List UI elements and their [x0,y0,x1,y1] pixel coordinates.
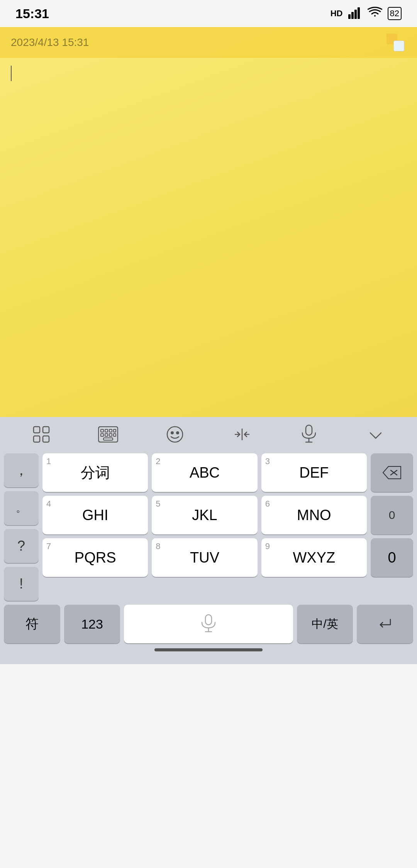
theme-switcher-button[interactable] [385,32,406,53]
key-123[interactable]: 123 [64,605,120,643]
key-abc-label: ABC [190,465,220,480]
svg-rect-7 [43,436,49,442]
note-body[interactable] [0,58,417,417]
key-MNO[interactable]: 6 MNO [261,496,367,534]
key-DEF[interactable]: 3 DEF [261,453,367,492]
svg-point-20 [176,432,179,434]
key-9-number: 9 [265,541,270,551]
key-delete[interactable] [371,453,413,492]
home-bar [154,648,263,651]
keyboard-toolbar-button[interactable] [93,421,124,448]
left-special-column: ， 。 ? ! [4,453,39,601]
key-6-number: 6 [265,499,270,509]
note-container: 2023/4/13 15:31 [0,27,417,417]
key-question[interactable]: ? [4,529,39,563]
svg-rect-2 [354,10,357,19]
main-keys: 1 分词 2 ABC 3 DEF [42,453,413,601]
home-indicator [0,643,417,656]
key-fenCI[interactable]: 1 分词 [42,453,148,492]
zero-label: 0 [388,549,396,566]
svg-rect-1 [351,12,354,19]
key-mno-label: MNO [297,508,331,522]
svg-rect-27 [205,615,212,625]
svg-rect-5 [43,427,49,433]
note-header: 2023/4/13 15:31 [0,27,417,58]
key-rows-group: ， 。 ? ! 1 分词 [4,453,413,601]
key-exclaim[interactable]: ! [4,567,39,601]
svg-rect-6 [34,436,40,442]
key-pqrs-label: PQRS [75,550,116,565]
exclaim-label: ! [19,576,23,592]
mic-toolbar-button[interactable] [293,421,324,448]
keyboard-container: ， 。 ? ! 1 分词 [0,417,417,664]
key-2-number: 2 [156,456,160,466]
key-enter[interactable] [357,605,413,643]
svg-rect-17 [103,438,113,440]
wifi-icon [368,7,382,20]
lang-label: 中/英 [312,616,338,632]
key-ABC[interactable]: 2 ABC [152,453,257,492]
key-row-3: 7 PQRS 8 TUV 9 WXYZ 0 [42,538,413,577]
key-tuv-label: TUV [190,550,219,565]
fu-label: 符 [25,615,39,633]
key-8-number: 8 [156,541,160,551]
key-row-2: 4 GHI 5 JKL 6 MNO 0 [42,496,413,534]
svg-rect-0 [348,14,351,19]
svg-rect-9 [101,429,103,432]
svg-rect-10 [105,429,108,432]
key-lang[interactable]: 中/英 [297,605,353,643]
key-row-1: 1 分词 2 ABC 3 DEF [42,453,413,492]
svg-point-19 [171,432,173,434]
key-GHI[interactable]: 4 GHI [42,496,148,534]
svg-rect-3 [358,7,360,19]
question-label: ? [17,538,25,554]
key-comma[interactable]: ， [4,453,39,487]
svg-rect-13 [101,434,103,436]
svg-rect-15 [109,434,112,436]
key-TUV[interactable]: 8 TUV [152,538,257,577]
key-fenci-label: 分词 [81,463,110,483]
chongru-label: 0 [389,509,395,522]
bottom-row: 符 123 中/英 [4,605,413,643]
signal-icon [348,7,362,20]
key-PQRS[interactable]: 7 PQRS [42,538,148,577]
key-4-number: 4 [46,499,51,509]
svg-rect-14 [105,434,108,436]
key-period[interactable]: 。 [4,491,39,525]
svg-rect-4 [34,427,40,433]
key-jkl-label: JKL [192,508,217,522]
period-label: 。 [16,501,27,515]
svg-rect-16 [114,434,116,436]
battery-level: 82 [390,8,399,19]
num123-label: 123 [81,617,103,632]
svg-rect-11 [109,429,112,432]
comma-label: ， [14,461,28,480]
emoji-toolbar-button[interactable] [159,421,190,448]
key-WXYZ[interactable]: 9 WXYZ [261,538,367,577]
key-wxyz-label: WXYZ [293,550,335,565]
battery-icon: 82 [388,7,402,20]
status-bar: 15:31 HD 82 [0,0,417,27]
status-icons: HD 82 [331,7,402,20]
hd-label: HD [331,8,343,19]
key-JKL[interactable]: 5 JKL [152,496,257,534]
theme-square-white [393,41,404,51]
svg-point-18 [167,427,183,442]
key-space[interactable] [124,605,293,643]
keyboard-toolbar [0,417,417,452]
collapse-keyboard-button[interactable] [360,421,391,448]
keyboard-keys: ， 。 ? ! 1 分词 [0,452,417,643]
note-timestamp: 2023/4/13 15:31 [11,36,89,49]
key-3-number: 3 [265,456,270,466]
cursor-toolbar-button[interactable] [227,421,258,448]
key-zero[interactable]: 0 [371,538,413,577]
status-time: 15:31 [15,6,49,21]
svg-rect-12 [114,429,116,432]
key-ghi-label: GHI [82,508,108,522]
key-chongru[interactable]: 0 [371,496,413,534]
key-def-label: DEF [299,465,329,480]
svg-rect-22 [306,425,312,435]
key-fu[interactable]: 符 [4,605,60,643]
apps-toolbar-button[interactable] [26,421,57,448]
key-5-number: 5 [156,499,160,509]
